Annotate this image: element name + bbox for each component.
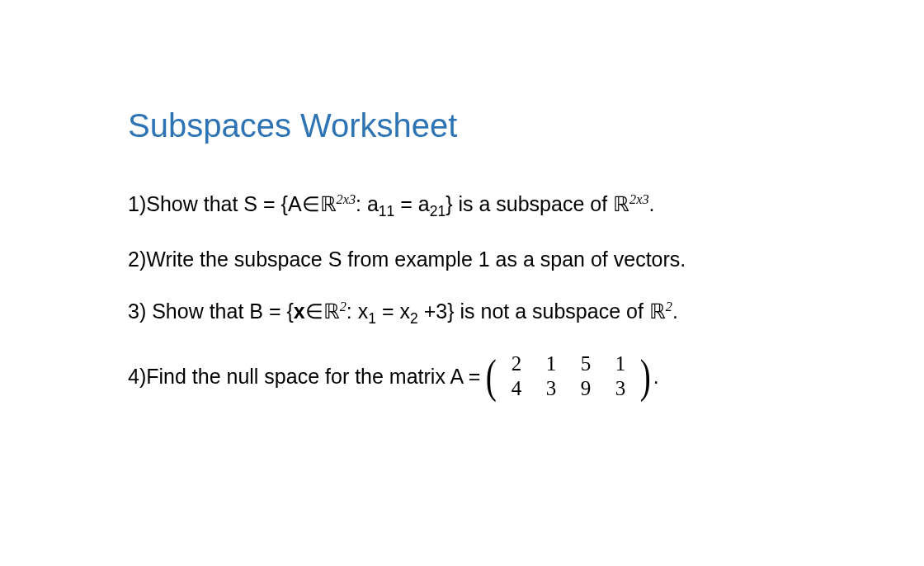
problem-3-text: . — [672, 300, 678, 323]
problem-3-number: 3) — [128, 300, 146, 323]
problem-1-text: . — [649, 192, 655, 215]
matrix-a: ( 2 1 5 1 4 3 9 3 ) — [483, 351, 653, 401]
problem-3-text: Show that B = { — [146, 300, 294, 323]
superscript: 2 — [666, 299, 672, 314]
matrix-body: 2 1 5 1 4 3 9 3 — [499, 351, 638, 401]
problem-2: 2)Write the subspace S from example 1 as… — [128, 245, 796, 274]
problem-1-number: 1) — [128, 192, 146, 215]
matrix-cell: 1 — [603, 351, 638, 376]
problem-2-text: Write the subspace S from example 1 as a… — [146, 248, 686, 271]
matrix-row-2: 4 3 9 3 — [499, 376, 638, 401]
subscript: 1 — [368, 310, 376, 327]
problem-1: 1)Show that S = {A∈ℝ2x3: a11 = a21} is a… — [128, 190, 796, 222]
problem-3-text: = x — [376, 300, 410, 323]
problem-2-number: 2) — [128, 248, 146, 271]
matrix-cell: 1 — [534, 351, 568, 376]
problem-4-text: Find the null space for the matrix A = — [146, 362, 480, 391]
problem-1-text: } is a subspace of — [446, 192, 613, 215]
matrix-cell: 2 — [499, 351, 534, 376]
superscript: 2 — [340, 299, 346, 314]
matrix-cell: 9 — [568, 376, 603, 401]
problem-4-text: . — [653, 362, 659, 391]
element-of-symbol: ∈ — [305, 300, 323, 323]
left-paren-icon: ( — [486, 358, 497, 395]
matrix-cell: 3 — [534, 376, 568, 401]
superscript: 2x3 — [629, 192, 648, 207]
subscript: 21 — [430, 203, 446, 219]
page-title: Subspaces Worksheet — [128, 107, 796, 144]
problem-4: 4)Find the null space for the matrix A =… — [128, 351, 796, 401]
problem-3-text: : x — [346, 300, 368, 323]
matrix-cell: 4 — [499, 376, 534, 401]
problem-4-number: 4) — [128, 362, 146, 391]
matrix-cell: 5 — [568, 351, 603, 376]
subscript: 11 — [379, 203, 394, 219]
matrix-row-1: 2 1 5 1 — [499, 351, 638, 376]
problem-1-text: : a — [356, 192, 379, 215]
problem-3-text: +3} is not a subspace of — [418, 300, 649, 323]
problem-3: 3) Show that B = {x∈ℝ2: x1 = x2 +3} is n… — [128, 297, 796, 329]
right-paren-icon: ) — [640, 358, 651, 395]
element-of-symbol: ∈ — [302, 193, 320, 215]
superscript: 2x3 — [337, 192, 356, 207]
problem-1-text: = a — [394, 192, 429, 215]
real-numbers-symbol: ℝ — [320, 193, 337, 215]
real-numbers-symbol: ℝ — [323, 300, 340, 323]
real-numbers-symbol: ℝ — [649, 300, 666, 323]
matrix-cell: 3 — [603, 376, 638, 401]
problem-1-text: Show that S = {A — [146, 192, 301, 215]
bold-x: x — [294, 300, 305, 323]
real-numbers-symbol: ℝ — [613, 193, 629, 215]
subscript: 2 — [410, 310, 418, 327]
